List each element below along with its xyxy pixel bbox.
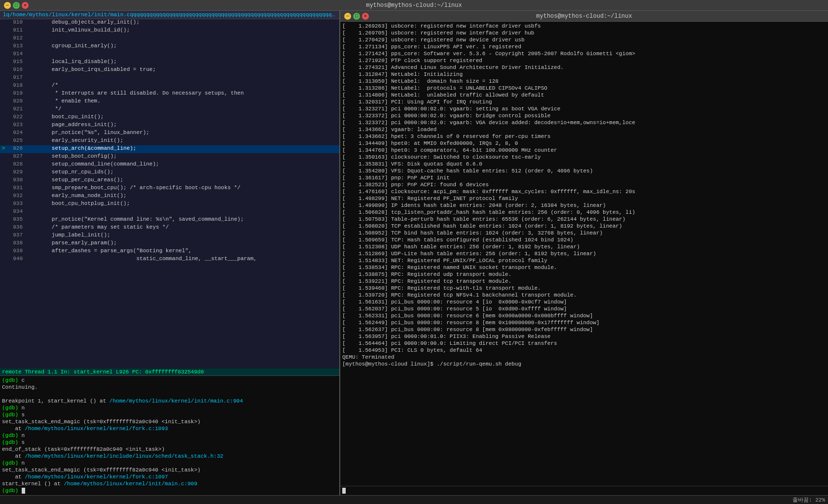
- code-line: 913 cgroup_init_early();: [0, 43, 339, 51]
- close-button-right[interactable]: ✕: [362, 13, 369, 20]
- line-number: 930: [7, 177, 26, 183]
- left-title-bar: ─ □ ✕ mythos@mythos-cloud:~/linux: [0, 0, 828, 11]
- close-button-left[interactable]: ✕: [22, 2, 29, 9]
- line-content: setup_per_cpu_areas();: [26, 177, 339, 183]
- right-window-title: mythos@mythos-cloud:~/linux: [536, 13, 632, 20]
- line-content: after_dashes = parse_args("Booting kerne…: [26, 248, 339, 254]
- right-window-controls[interactable]: ─ □ ✕: [344, 13, 374, 20]
- code-line: 929 setup_nr_cpu_ids();: [0, 169, 339, 177]
- line-content: /* parameters may set static keys */: [26, 224, 339, 230]
- line-number: 924: [7, 130, 26, 135]
- gdb-cursor: [22, 488, 25, 494]
- code-line: 938 parse_early_param();: [0, 240, 339, 248]
- log-line: [ 1.313050] NetLabel: domain hash size =…: [340, 78, 828, 85]
- line-number: 913: [7, 43, 26, 49]
- code-line: 918 /*: [0, 82, 339, 90]
- line-number: 920: [7, 98, 26, 104]
- code-line: 927 setup_boot_config();: [0, 153, 339, 161]
- line-content: pr_notice("%s", linux_banner);: [26, 130, 339, 135]
- gdb-line: at /home/mythos/linux/kernel/kernel/fork…: [2, 473, 337, 480]
- line-content: setup_nr_cpu_ids();: [26, 169, 339, 175]
- line-marker: >: [0, 145, 7, 151]
- log-line: [ 1.320317] PCI: Using ACPI for IRQ rout…: [340, 99, 828, 105]
- log-line: [ 1.564464] pci 0000:00:00.0: Limiting d…: [340, 340, 828, 347]
- log-line: [ 1.271134] pps_core: LinuxPPS API ver. …: [340, 43, 828, 50]
- gdb-line: (gdb) s: [2, 439, 337, 446]
- log-line: [ 1.354280] VFS: Dquot-cache hash table …: [340, 168, 828, 174]
- log-line: [ 1.562449] pci_bus 0000:00: resource 8 …: [340, 319, 828, 326]
- log-line: [ 1.313286] NetLabel: protocols = UNLABE…: [340, 85, 828, 92]
- line-content: * Interrupts are still disabled. Do nece…: [26, 90, 339, 96]
- log-line: [ 1.314806] NetLabel: unlabeled traffic …: [340, 92, 828, 99]
- restore-button-left[interactable]: □: [13, 2, 20, 9]
- line-content: * enable them.: [26, 98, 339, 104]
- line-number: 915: [7, 59, 26, 65]
- line-number: 927: [7, 153, 26, 159]
- code-line: 917: [0, 74, 339, 82]
- cursor: [342, 488, 346, 494]
- code-lines: 910 debug_objects_early_init();911 init_…: [0, 19, 339, 369]
- code-line: 928 setup_command_line(command_line);: [0, 161, 339, 169]
- log-line: [ 1.271920] PTP clock support registered: [340, 57, 828, 64]
- line-number: 940: [7, 256, 26, 262]
- log-line: [ 1.323372] pci 0000:00:02.0: vgaarb: VG…: [340, 119, 828, 126]
- code-line: 925 early_security_init();: [0, 137, 339, 145]
- code-line: 923 page_address_init();: [0, 122, 339, 130]
- line-number: 917: [7, 74, 26, 80]
- log-line: [ 1.343662] vgaarb: loaded: [340, 126, 828, 133]
- code-line: 940 static_command_line, __start___param…: [0, 256, 339, 264]
- line-number: 923: [7, 122, 26, 128]
- log-line: [ 1.538875] RPC: Registered udp transpor…: [340, 271, 828, 278]
- line-content: /*: [26, 82, 339, 88]
- code-line: 939 after_dashes = parse_args("Booting k…: [0, 248, 339, 256]
- log-line: [ 1.269263] usbcore: registered new inte…: [340, 23, 828, 30]
- log-line: [ 1.512869] UDP-Lite hash table entries:…: [340, 250, 828, 257]
- code-line: 921 */: [0, 106, 339, 114]
- log-line: [ 1.562331] pci_bus 0000:00: resource 6 …: [340, 312, 828, 319]
- code-line: 937 jump_label_init();: [0, 232, 339, 240]
- line-number: 916: [7, 67, 26, 72]
- line-number: 926: [7, 145, 26, 151]
- left-pane: lq/home/mythos/linux/kernel/init/main.cq…: [0, 11, 340, 495]
- line-content: boot_cpu_init();: [26, 114, 339, 120]
- log-line: [ 1.562637] pci_bus 0000:00: resource 8 …: [340, 326, 828, 333]
- log-line: [ 1.350163] clocksource: Switched to clo…: [340, 154, 828, 161]
- log-line: [ 1.312847] NetLabel: Initializing: [340, 71, 828, 78]
- line-content: pr_notice("Kernel command line: %s\n", s…: [26, 216, 339, 222]
- line-number: 912: [7, 35, 26, 41]
- line-number: 910: [7, 19, 26, 25]
- code-line: 922 boot_cpu_init();: [0, 114, 339, 122]
- log-line: [ 1.506828] tcp_listen_portaddr_hash has…: [340, 209, 828, 216]
- log-line: [ 1.512308] UDP hash table entries: 256 …: [340, 243, 828, 250]
- log-area: [ 1.269263] usbcore: registered new inte…: [340, 22, 828, 486]
- gdb-line: Continuing.: [2, 384, 337, 391]
- restore-button-right[interactable]: □: [353, 13, 360, 20]
- code-line: 920 * enable them.: [0, 98, 339, 106]
- left-window-controls[interactable]: ─ □ ✕: [4, 2, 34, 9]
- line-number: 935: [7, 216, 26, 222]
- right-cursor-line: [342, 487, 826, 494]
- log-line: [ 1.508020] TCP established hash table e…: [340, 223, 828, 230]
- code-line: 931 smp_prepare_boot_cpu(); /* arch-spec…: [0, 185, 339, 193]
- line-content: init_vmlinux_build_id();: [26, 27, 339, 33]
- minimize-button-left[interactable]: ─: [4, 2, 11, 9]
- left-file-path: lq/home/mythos/linux/kernel/init/main.cq…: [0, 11, 339, 19]
- log-line: [ 1.514833] NET: Registered PF_UNIX/PF_L…: [340, 257, 828, 264]
- main-container: lq/home/mythos/linux/kernel/init/main.cq…: [0, 11, 828, 495]
- gdb-line: Breakpoint 1, start_kernel () at /home/m…: [2, 398, 337, 404]
- log-line: [ 1.562037] pci_bus 0000:00: resource 5 …: [340, 305, 828, 312]
- log-line: [ 1.353831] VFS: Disk quotas dquot 6.6.0: [340, 161, 828, 168]
- gdb-line: (gdb) n: [2, 404, 337, 411]
- zoom-label: 줄바꿈: 22%: [792, 496, 825, 504]
- minimize-button-right[interactable]: ─: [344, 13, 351, 20]
- line-number: 925: [7, 137, 26, 143]
- line-number: 914: [7, 51, 26, 57]
- line-content: static_command_line, __start___param,: [26, 256, 339, 262]
- line-number: 934: [7, 208, 26, 214]
- right-terminal: [340, 486, 828, 495]
- right-pane: ─ □ ✕ mythos@mythos-cloud:~/linux [ 1.26…: [340, 11, 828, 495]
- code-line: 916 early_boot_irqs_disabled = true;: [0, 67, 339, 74]
- line-content: setup_arch(&command_line);: [26, 145, 339, 151]
- log-line: [ 1.476160] clocksource: acpi_pm: mask: …: [340, 188, 828, 195]
- code-line: 932 early_numa_node_init();: [0, 193, 339, 201]
